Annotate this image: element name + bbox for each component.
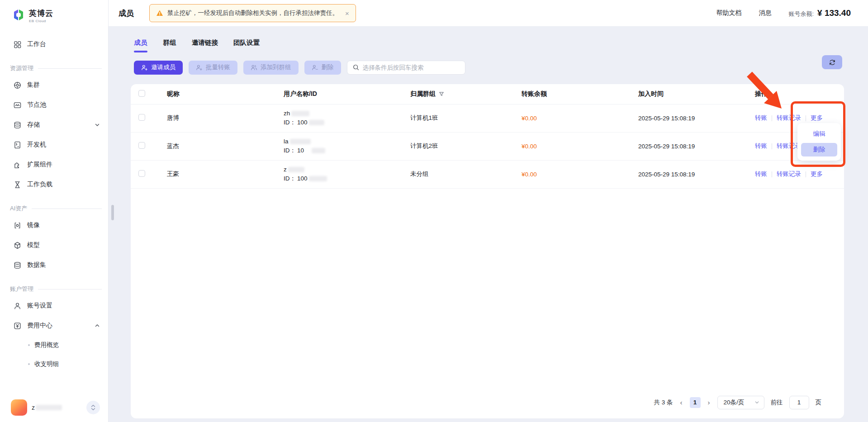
action-separator — [806, 171, 806, 177]
sidebar-item-label: 节点池 — [27, 101, 46, 109]
sidebar-user: z — [0, 399, 108, 416]
storage-icon — [14, 121, 21, 129]
tab-invite-links[interactable]: 邀请链接 — [192, 38, 218, 52]
sidebar-item-extensions[interactable]: 扩展组件 — [0, 155, 108, 175]
sidebar-item-storage[interactable]: 存储 — [0, 115, 108, 135]
redacted-user-name — [36, 405, 62, 410]
scrollbar-thumb[interactable] — [111, 205, 114, 220]
sidebar-section-ai-assets: AI资产 — [10, 204, 108, 213]
help-docs-link[interactable]: 帮助文档 — [716, 9, 741, 17]
transfer-link[interactable]: 转账 — [755, 114, 767, 122]
sidebar-item-label: 存储 — [27, 121, 40, 129]
cell-username-id: la ID：10 — [284, 137, 410, 155]
transfer-records-link[interactable]: 转账记录 — [777, 114, 801, 122]
table-row: 王豪 z ID：100 未分组 ¥0.00 2025-05-29 15:08:1… — [131, 161, 844, 189]
tab-members[interactable]: 成员 — [134, 38, 147, 52]
refresh-button[interactable] — [822, 55, 842, 69]
col-username-id: 用户名称/ID — [284, 90, 410, 98]
topbar: 成员 禁止挖矿，一经发现后自动删除相关实例，自行承担法律责任。 × 帮助文档 消… — [109, 0, 868, 27]
tab-bar: 成员 群组 邀请链接 团队设置 — [109, 27, 868, 52]
cell-actions: 转账 转账记录 更多 — [755, 170, 844, 178]
add-to-group-button[interactable]: 添加到群组 — [243, 61, 299, 75]
cluster-icon — [14, 81, 21, 89]
col-join-time: 加入时间 — [638, 90, 755, 98]
pagination: 共 3 条 ‹ 1 › 20条/页 前往 页 — [654, 396, 821, 409]
bullet-dot — [28, 363, 30, 365]
cell-nickname: 蓝杰 — [167, 142, 284, 150]
cell-group: 未分组 — [410, 170, 522, 178]
chevron-down-icon — [95, 122, 100, 128]
delete-members-button[interactable]: 删除 — [304, 61, 341, 75]
toolbar: 邀请成员 批量转账 添加到群组 删除 — [134, 61, 868, 75]
current-page[interactable]: 1 — [690, 397, 701, 408]
balance-value: ¥ 133.40 — [817, 8, 851, 18]
account-switcher-button[interactable] — [86, 401, 100, 414]
brand-subtitle: EB Cloud — [29, 19, 53, 23]
sidebar-item-node-pool[interactable]: 节点池 — [0, 95, 108, 115]
prev-page-button[interactable]: ‹ — [679, 398, 683, 406]
goto-page-input[interactable] — [789, 396, 809, 409]
chevron-down-icon — [754, 400, 759, 405]
cell-username-id: z ID：100 — [284, 165, 410, 183]
sidebar-item-label: 账号设置 — [27, 302, 52, 310]
sidebar-item-dev-machine[interactable]: 开发机 — [0, 135, 108, 155]
node-pool-icon — [14, 101, 21, 109]
invite-member-button[interactable]: 邀请成员 — [134, 61, 183, 75]
close-icon[interactable]: × — [345, 9, 349, 17]
row-checkbox[interactable] — [138, 170, 145, 177]
dropdown-delete-item[interactable]: 删除 — [801, 143, 837, 156]
more-link[interactable]: 更多 — [811, 170, 823, 178]
cell-group: 计算机1班 — [410, 114, 522, 122]
search-input[interactable] — [363, 64, 460, 71]
transfer-link[interactable]: 转账 — [755, 170, 767, 178]
workload-icon — [14, 181, 21, 189]
goto-label: 前往 — [771, 398, 783, 407]
action-separator — [772, 143, 772, 149]
row-checkbox[interactable] — [138, 142, 145, 149]
sidebar-item-cluster[interactable]: 集群 — [0, 75, 108, 95]
table-row: 蓝杰 la ID：10 计算机2班 ¥0.00 2025-05-29 15:08… — [131, 133, 844, 161]
sidebar-item-workbench[interactable]: 工作台 — [0, 34, 108, 54]
avatar[interactable] — [11, 399, 27, 416]
main-area: 成员 禁止挖矿，一经发现后自动删除相关实例，自行承担法律责任。 × 帮助文档 消… — [109, 0, 868, 422]
col-group: 归属群组 — [410, 90, 436, 98]
brand-name: 英博云 — [29, 8, 53, 19]
account-icon — [14, 302, 21, 310]
messages-link[interactable]: 消息 — [759, 9, 771, 17]
balance-label: 账号余额: — [788, 10, 814, 18]
transfer-records-link[interactable]: 转账记录 — [777, 170, 801, 178]
batch-transfer-button[interactable]: 批量转账 — [189, 61, 237, 75]
filter-icon[interactable] — [439, 91, 444, 97]
sidebar-item-workload[interactable]: 工作负载 — [0, 175, 108, 194]
sidebar-item-account-settings[interactable]: 账号设置 — [0, 296, 108, 316]
cell-join-time: 2025-05-29 15:08:19 — [638, 115, 755, 122]
sidebar: 英博云 EB Cloud 工作台 资源管理 集群 — [0, 0, 109, 422]
cell-join-time: 2025-05-29 15:08:19 — [638, 143, 755, 150]
sidebar-subitem-transactions[interactable]: 收支明细 — [0, 355, 108, 374]
row-checkbox[interactable] — [138, 114, 145, 121]
dropdown-edit-item[interactable]: 编辑 — [801, 127, 837, 141]
content-area: 成员 群组 邀请链接 团队设置 邀请成员 批量转账 — [109, 27, 868, 422]
brand-logo: 英博云 EB Cloud — [0, 5, 108, 24]
more-link[interactable]: 更多 — [811, 114, 823, 122]
select-all-checkbox[interactable] — [138, 90, 145, 97]
sidebar-item-billing-center[interactable]: 费用中心 — [0, 316, 108, 336]
dev-machine-icon — [14, 141, 21, 149]
sidebar-section-resources: 资源管理 — [10, 64, 108, 72]
sidebar-subitem-billing-overview[interactable]: 费用概览 — [0, 336, 108, 355]
warning-icon — [156, 9, 163, 17]
sidebar-subitem-label: 收支明细 — [34, 360, 59, 368]
sidebar-item-label: 数据集 — [27, 261, 46, 269]
sidebar-item-label: 模型 — [27, 241, 40, 249]
sidebar-item-datasets[interactable]: 数据集 — [0, 255, 108, 275]
table-row: 唐博 zh ID：100 计算机1班 ¥0.00 2025-05-29 15:0… — [131, 104, 844, 133]
sidebar-item-images[interactable]: 镜像 — [0, 215, 108, 235]
action-separator — [772, 115, 772, 121]
sidebar-item-models[interactable]: 模型 — [0, 235, 108, 255]
page-size-select[interactable]: 20条/页 — [717, 396, 764, 409]
tab-team-settings[interactable]: 团队设置 — [233, 38, 260, 52]
next-page-button[interactable]: › — [707, 398, 711, 406]
transfer-link[interactable]: 转账 — [755, 142, 767, 150]
tab-groups[interactable]: 群组 — [163, 38, 176, 52]
bullet-dot — [28, 344, 30, 346]
